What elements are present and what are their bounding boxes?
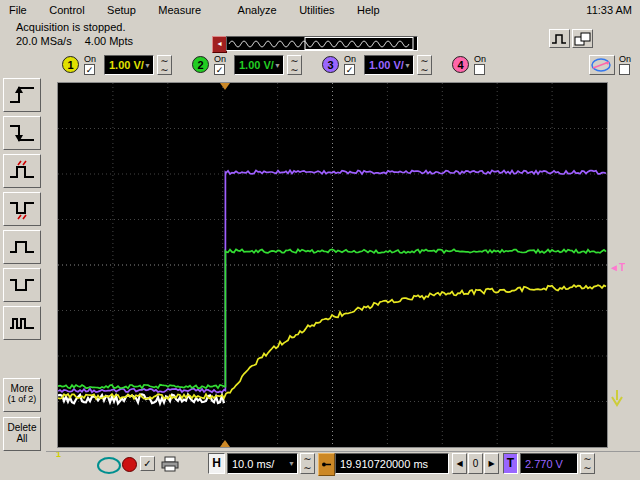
timebase-dropdown[interactable]: 10.0 ms/▼: [227, 453, 298, 474]
channel-1-scale-dropdown[interactable]: 1.00 V/▼: [104, 55, 154, 75]
channel-3-on-checkbox[interactable]: ✓: [344, 64, 355, 75]
trigger-level-marker[interactable]: ◄T: [609, 262, 625, 273]
acquisition-details: 20.0 MSa/s 4.00 Mpts: [16, 35, 133, 47]
pan-right-button[interactable]: ▶: [484, 453, 499, 474]
quick-display-button[interactable]: [589, 55, 615, 75]
aux-on-label: On: [619, 54, 631, 64]
pulse-burst-icon: [7, 311, 37, 335]
channel-3-fine-adjust[interactable]: ∼∼: [417, 55, 432, 75]
channel-2-on-checkbox[interactable]: ✓: [214, 64, 225, 75]
memory-bar-left-button[interactable]: ◂: [212, 36, 227, 53]
channel-2-scale-dropdown[interactable]: 1.00 V/▼: [234, 55, 284, 75]
trigger-pulse-burst-button[interactable]: [3, 306, 41, 340]
pan-left-button[interactable]: ◀: [452, 453, 467, 474]
tile-windows-icon: [573, 31, 592, 47]
channel-1-fine-adjust[interactable]: ∼∼: [157, 55, 172, 75]
trigger-time-marker-top[interactable]: [220, 83, 230, 90]
menu-bar: File Control Setup Measure Analyze Utili…: [0, 0, 640, 20]
sample-rate: 20.0 MSa/s: [16, 35, 72, 47]
trigger-glitch-positive-button[interactable]: [3, 154, 41, 188]
pulse-icon: [550, 31, 569, 47]
memory-bar-waveform-icon: [227, 37, 417, 50]
menu-measure[interactable]: Measure: [149, 1, 210, 19]
channel-4-on-label: On: [474, 54, 486, 64]
time-reference-icon: [321, 459, 332, 470]
channel-3-scale-dropdown[interactable]: 1.00 V/▼: [364, 55, 414, 75]
trigger-pulse-positive-button[interactable]: [3, 230, 41, 264]
run-button[interactable]: [97, 457, 121, 474]
waveform-display: [57, 82, 608, 448]
channel-1-badge[interactable]: 1: [62, 56, 79, 73]
chevron-down-icon: ▼: [288, 460, 297, 467]
printer-icon: [160, 456, 180, 472]
glitch-positive-icon: [7, 159, 37, 183]
channel-4-on-checkbox[interactable]: [474, 64, 485, 75]
scope-eye-icon: [590, 57, 614, 73]
pulse-display-button[interactable]: [549, 29, 570, 48]
more-button[interactable]: More (1 of 2): [3, 378, 41, 412]
glitch-negative-icon: [7, 197, 37, 221]
aux-on-checkbox[interactable]: [619, 64, 630, 75]
delete-all-button[interactable]: Delete All: [3, 417, 41, 451]
print-button[interactable]: [160, 456, 180, 472]
time-reference-button[interactable]: [318, 453, 335, 476]
chevron-down-icon: ▼: [144, 62, 153, 69]
menu-help[interactable]: Help: [348, 1, 389, 19]
falling-edge-icon: [7, 121, 37, 145]
stop-button[interactable]: [122, 457, 137, 472]
menu-analyze[interactable]: Analyze: [229, 1, 286, 19]
single-button[interactable]: ✓: [140, 456, 155, 471]
channel-4-badge[interactable]: 4: [452, 56, 469, 73]
acquisition-status: Acquisition is stopped.: [16, 21, 125, 33]
trigger-falling-edge-button[interactable]: [3, 116, 41, 150]
menu-setup[interactable]: Setup: [98, 1, 145, 19]
trigger-badge[interactable]: T: [503, 453, 518, 474]
oscilloscope-app: File Control Setup Measure Analyze Utili…: [0, 0, 640, 480]
trigger-time-marker-bottom[interactable]: [220, 440, 230, 447]
channel-2-on-label: On: [214, 54, 226, 64]
channel-1-on-label: On: [84, 54, 96, 64]
memory-depth: 4.00 Mpts: [85, 35, 133, 47]
horizontal-badge[interactable]: H: [208, 453, 225, 474]
channel-1-on-checkbox[interactable]: ✓: [84, 64, 95, 75]
channel-3-on-label: On: [344, 54, 356, 64]
channel-2-fine-adjust[interactable]: ∼∼: [287, 55, 302, 75]
trigger-glitch-negative-button[interactable]: [3, 192, 41, 226]
menu-utilities[interactable]: Utilities: [290, 1, 343, 19]
waveform-traces: [58, 83, 607, 447]
pulse-positive-icon: [7, 235, 37, 259]
left-arrow-icon: ◀: [456, 459, 462, 468]
chevron-down-icon: ▼: [404, 62, 413, 69]
trigger-level-fine-adjust[interactable]: ∼∼: [580, 453, 595, 474]
channel-2-badge[interactable]: 2: [192, 56, 209, 73]
rising-edge-icon: [7, 83, 37, 107]
memory-bar[interactable]: [226, 36, 418, 51]
trigger-rising-edge-button[interactable]: [3, 78, 41, 112]
position-zero-button[interactable]: 0: [468, 453, 483, 474]
delay-readout[interactable]: 19.910720000 ms: [335, 453, 449, 474]
trigger-level-readout[interactable]: 2.770 V: [520, 453, 578, 474]
right-arrow-icon: ▶: [488, 459, 494, 468]
chevron-down-icon: ▼: [274, 62, 283, 69]
channel-3-badge[interactable]: 3: [322, 56, 339, 73]
tile-windows-button[interactable]: [572, 29, 593, 48]
channel-offscreen-arrow-icon[interactable]: [609, 388, 625, 410]
menu-control[interactable]: Control: [40, 1, 93, 19]
trigger-pulse-negative-button[interactable]: [3, 268, 41, 302]
pulse-negative-icon: [7, 273, 37, 297]
timebase-fine-adjust[interactable]: ∼∼: [300, 453, 315, 474]
menu-file[interactable]: File: [0, 1, 36, 19]
clock: 11:33 AM: [586, 4, 632, 16]
